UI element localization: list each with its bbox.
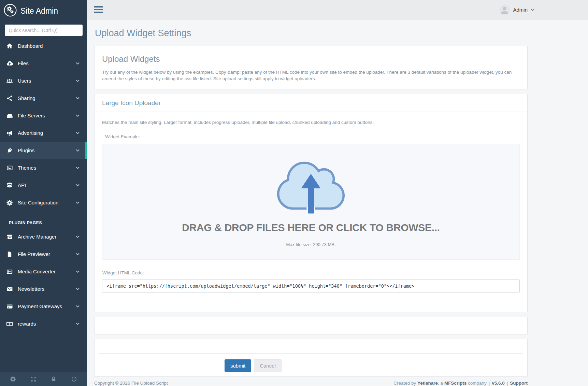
database-icon xyxy=(5,182,14,188)
menu-toggle-icon[interactable] xyxy=(92,5,104,14)
sidebar-menu: DashboardFilesUsersSharingFile ServersAd… xyxy=(0,37,87,211)
upload-widgets-title: Upload Widgets xyxy=(102,54,520,64)
chevron-down-icon xyxy=(76,288,80,290)
users-icon xyxy=(5,78,14,84)
yetishare-link[interactable]: Yetishare xyxy=(417,381,438,386)
chevron-down-icon xyxy=(76,62,80,65)
envelope-icon xyxy=(5,286,14,292)
chevron-down-icon xyxy=(76,149,80,152)
uploader-description: Matches the main site styling. Larger fo… xyxy=(102,120,520,125)
share-icon xyxy=(5,95,14,101)
archive-icon xyxy=(5,234,14,240)
home-icon xyxy=(5,43,14,49)
submit-button[interactable]: submit xyxy=(225,359,251,372)
cloud-upload-icon xyxy=(5,60,14,67)
power-icon[interactable] xyxy=(71,376,77,382)
sidebar-plugin-menu: Archive ManagerFile PreviewerMedia Conve… xyxy=(0,228,87,332)
separator: | xyxy=(507,381,508,386)
form-actions-card: submit Cancel xyxy=(94,339,528,377)
card-body: Matches the main site styling. Larger fo… xyxy=(95,112,527,312)
separator: | xyxy=(489,381,490,386)
sidebar-item-plugins[interactable]: Plugins xyxy=(0,142,87,159)
sidebar-item-label: rewards xyxy=(18,321,36,327)
sidebar-item-users[interactable]: Users xyxy=(0,72,87,89)
gear-icon xyxy=(5,200,14,206)
created-by-suffix: company xyxy=(467,381,487,386)
sidebar-item-label: File Servers xyxy=(18,113,45,118)
divider xyxy=(99,353,523,354)
sidebar-item-label: Advertising xyxy=(18,130,43,136)
sidebar-item-themes[interactable]: Themes xyxy=(0,159,87,176)
dropzone-heading: DRAG & DROP FILES HERE OR CLICK TO BROWS… xyxy=(182,222,440,233)
sidebar-item-label: Archive Manager xyxy=(18,234,56,240)
support-link[interactable]: Support xyxy=(510,381,528,386)
sidebar-item-label: Media Converter xyxy=(18,269,56,274)
credit-card-icon xyxy=(5,303,14,310)
expand-icon[interactable] xyxy=(30,376,37,382)
sidebar-item-label: Site Configuration xyxy=(18,200,58,205)
brand[interactable]: Site Admin xyxy=(0,0,87,22)
chevron-down-icon xyxy=(76,235,80,238)
sidebar-item-label: Sharing xyxy=(18,95,35,101)
money-icon xyxy=(5,321,14,327)
upload-widgets-card: Upload Widgets Try out any of the widget… xyxy=(94,46,528,89)
sidebar-item-files[interactable]: Files xyxy=(0,55,87,72)
empty-panel xyxy=(94,317,528,334)
lock-icon[interactable] xyxy=(51,376,57,382)
widget-html-code-label: Widget HTML Code: xyxy=(102,270,520,275)
chevron-down-icon xyxy=(76,323,80,325)
chevron-down-icon xyxy=(76,80,80,82)
image-icon xyxy=(5,165,14,171)
version-text: v5.6.0 xyxy=(492,381,505,386)
bullhorn-icon xyxy=(5,130,14,136)
user-label: Admin xyxy=(513,7,528,13)
site-admin-logo-icon xyxy=(4,4,17,18)
sidebar-item-rewards[interactable]: rewards xyxy=(0,315,87,332)
avatar xyxy=(499,4,510,15)
sidebar-item-sharing[interactable]: Sharing xyxy=(0,89,87,107)
page-content: Upload Widget Settings Upload Widgets Tr… xyxy=(87,19,588,386)
quick-search-input[interactable] xyxy=(5,25,83,36)
main-area: Admin Upload Widget Settings Upload Widg… xyxy=(87,0,588,386)
copyright-text: Copyright © 2026 File Upload Script xyxy=(94,381,168,386)
film-icon xyxy=(5,269,14,275)
topbar: Admin xyxy=(87,0,588,19)
sidebar-item-site-configuration[interactable]: Site Configuration xyxy=(0,194,87,211)
sidebar-item-archive-manager[interactable]: Archive Manager xyxy=(0,228,87,245)
sidebar-item-payment-gateways[interactable]: Payment Gateways xyxy=(0,298,87,315)
sidebar-footer xyxy=(0,372,87,386)
widget-html-code-input[interactable] xyxy=(102,280,520,292)
max-file-size-text: Max file size: 290.73 MB. xyxy=(286,242,335,247)
sidebar-item-label: Files xyxy=(18,60,29,66)
footer: Copyright © 2026 File Upload Script Crea… xyxy=(94,377,528,386)
sidebar-item-api[interactable]: API xyxy=(0,176,87,194)
sidebar-item-file-servers[interactable]: File Servers xyxy=(0,107,87,124)
sidebar-item-label: Dashboard xyxy=(18,43,43,49)
chevron-down-icon xyxy=(76,97,80,100)
sidebar-item-label: Newsletters xyxy=(18,286,44,292)
chevron-down-icon xyxy=(76,132,80,134)
mfscripts-link[interactable]: MFScripts xyxy=(444,381,467,386)
sidebar-item-newsletters[interactable]: Newsletters xyxy=(0,280,87,298)
chevron-down-icon xyxy=(531,9,534,11)
cancel-button[interactable]: Cancel xyxy=(254,359,282,372)
sidebar: Site Admin DashboardFilesUsersSharingFil… xyxy=(0,0,87,386)
widget-example-label: Widget Example: xyxy=(105,134,520,139)
gear-icon[interactable] xyxy=(10,376,16,382)
brand-title: Site Admin xyxy=(20,6,58,16)
sidebar-item-label: File Previewer xyxy=(18,251,50,257)
chevron-down-icon xyxy=(76,184,80,187)
cloud-upload-icon xyxy=(276,157,346,220)
sidebar-item-label: Payment Gateways xyxy=(18,303,62,309)
user-menu[interactable]: Admin xyxy=(499,4,534,15)
sidebar-item-media-converter[interactable]: Media Converter xyxy=(0,263,87,280)
chevron-down-icon xyxy=(76,167,80,169)
sidebar-item-file-previewer[interactable]: File Previewer xyxy=(0,245,87,263)
plugin-pages-label: PLUGIN PAGES xyxy=(9,220,87,225)
sidebar-item-label: Themes xyxy=(18,165,36,171)
page-title: Upload Widget Settings xyxy=(95,28,588,39)
large-icon-uploader-card: Large Icon Uploader Matches the main sit… xyxy=(94,94,528,312)
sidebar-item-dashboard[interactable]: Dashboard xyxy=(0,37,87,55)
dropzone[interactable]: DRAG & DROP FILES HERE OR CLICK TO BROWS… xyxy=(102,144,520,260)
sidebar-item-advertising[interactable]: Advertising xyxy=(0,124,87,142)
